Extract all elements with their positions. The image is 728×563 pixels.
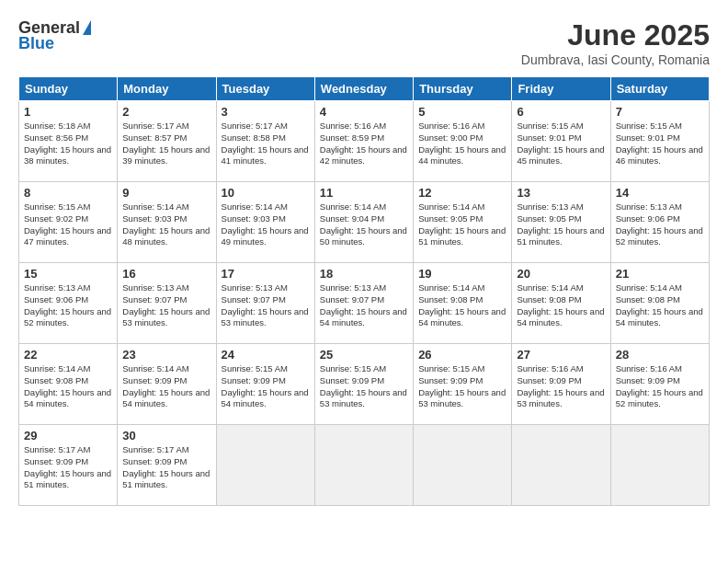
- logo-triangle: [83, 20, 91, 35]
- calendar-week-row: 29 Sunrise: 5:17 AMSunset: 9:09 PMDaylig…: [19, 425, 710, 506]
- table-row: 17 Sunrise: 5:13 AMSunset: 9:07 PMDaylig…: [216, 263, 314, 344]
- calendar-title: June 2025: [521, 18, 710, 52]
- header-monday: Monday: [118, 77, 216, 101]
- table-row: 30 Sunrise: 5:17 AMSunset: 9:09 PMDaylig…: [118, 425, 216, 506]
- logo: General Blue: [18, 18, 91, 53]
- empty-cell: [216, 425, 314, 506]
- table-row: 28 Sunrise: 5:16 AMSunset: 9:09 PMDaylig…: [610, 344, 709, 425]
- table-row: 7 Sunrise: 5:15 AMSunset: 9:01 PMDayligh…: [610, 101, 709, 182]
- header: General Blue June 2025 Dumbrava, Iasi Co…: [18, 18, 710, 67]
- header-saturday: Saturday: [610, 77, 709, 101]
- table-row: 10 Sunrise: 5:14 AMSunset: 9:03 PMDaylig…: [216, 182, 314, 263]
- table-row: 19 Sunrise: 5:14 AMSunset: 9:08 PMDaylig…: [414, 263, 512, 344]
- table-row: 3 Sunrise: 5:17 AMSunset: 8:58 PMDayligh…: [216, 101, 314, 182]
- calendar-week-row: 8 Sunrise: 5:15 AMSunset: 9:02 PMDayligh…: [19, 182, 710, 263]
- table-row: 1 Sunrise: 5:18 AMSunset: 8:56 PMDayligh…: [19, 101, 118, 182]
- page: General Blue June 2025 Dumbrava, Iasi Co…: [0, 0, 728, 563]
- logo-blue: Blue: [18, 34, 54, 53]
- table-row: 26 Sunrise: 5:15 AMSunset: 9:09 PMDaylig…: [414, 344, 512, 425]
- title-block: June 2025 Dumbrava, Iasi County, Romania: [521, 18, 710, 67]
- header-tuesday: Tuesday: [216, 77, 314, 101]
- table-row: 25 Sunrise: 5:15 AMSunset: 9:09 PMDaylig…: [314, 344, 413, 425]
- header-sunday: Sunday: [19, 77, 118, 101]
- table-row: 23 Sunrise: 5:14 AMSunset: 9:09 PMDaylig…: [118, 344, 216, 425]
- header-wednesday: Wednesday: [314, 77, 413, 101]
- calendar-subtitle: Dumbrava, Iasi County, Romania: [521, 52, 710, 67]
- header-friday: Friday: [512, 77, 610, 101]
- calendar-table: Sunday Monday Tuesday Wednesday Thursday…: [18, 76, 710, 506]
- table-row: 11 Sunrise: 5:14 AMSunset: 9:04 PMDaylig…: [314, 182, 413, 263]
- table-row: 22 Sunrise: 5:14 AMSunset: 9:08 PMDaylig…: [19, 344, 118, 425]
- table-row: 13 Sunrise: 5:13 AMSunset: 9:05 PMDaylig…: [512, 182, 610, 263]
- table-row: 24 Sunrise: 5:15 AMSunset: 9:09 PMDaylig…: [216, 344, 314, 425]
- weekday-header-row: Sunday Monday Tuesday Wednesday Thursday…: [19, 77, 710, 101]
- table-row: 4 Sunrise: 5:16 AMSunset: 8:59 PMDayligh…: [314, 101, 413, 182]
- table-row: 5 Sunrise: 5:16 AMSunset: 9:00 PMDayligh…: [414, 101, 512, 182]
- table-row: 20 Sunrise: 5:14 AMSunset: 9:08 PMDaylig…: [512, 263, 610, 344]
- table-row: 6 Sunrise: 5:15 AMSunset: 9:01 PMDayligh…: [512, 101, 610, 182]
- table-row: 18 Sunrise: 5:13 AMSunset: 9:07 PMDaylig…: [314, 263, 413, 344]
- table-row: 14 Sunrise: 5:13 AMSunset: 9:06 PMDaylig…: [610, 182, 709, 263]
- table-row: 15 Sunrise: 5:13 AMSunset: 9:06 PMDaylig…: [19, 263, 118, 344]
- header-thursday: Thursday: [414, 77, 512, 101]
- table-row: 29 Sunrise: 5:17 AMSunset: 9:09 PMDaylig…: [19, 425, 118, 506]
- table-row: 21 Sunrise: 5:14 AMSunset: 9:08 PMDaylig…: [610, 263, 709, 344]
- table-row: 27 Sunrise: 5:16 AMSunset: 9:09 PMDaylig…: [512, 344, 610, 425]
- table-row: 2 Sunrise: 5:17 AMSunset: 8:57 PMDayligh…: [118, 101, 216, 182]
- table-row: 12 Sunrise: 5:14 AMSunset: 9:05 PMDaylig…: [414, 182, 512, 263]
- calendar-week-row: 22 Sunrise: 5:14 AMSunset: 9:08 PMDaylig…: [19, 344, 710, 425]
- calendar-week-row: 15 Sunrise: 5:13 AMSunset: 9:06 PMDaylig…: [19, 263, 710, 344]
- empty-cell: [610, 425, 709, 506]
- empty-cell: [314, 425, 413, 506]
- empty-cell: [414, 425, 512, 506]
- empty-cell: [512, 425, 610, 506]
- calendar-week-row: 1 Sunrise: 5:18 AMSunset: 8:56 PMDayligh…: [19, 101, 710, 182]
- table-row: 8 Sunrise: 5:15 AMSunset: 9:02 PMDayligh…: [19, 182, 118, 263]
- table-row: 9 Sunrise: 5:14 AMSunset: 9:03 PMDayligh…: [118, 182, 216, 263]
- table-row: 16 Sunrise: 5:13 AMSunset: 9:07 PMDaylig…: [118, 263, 216, 344]
